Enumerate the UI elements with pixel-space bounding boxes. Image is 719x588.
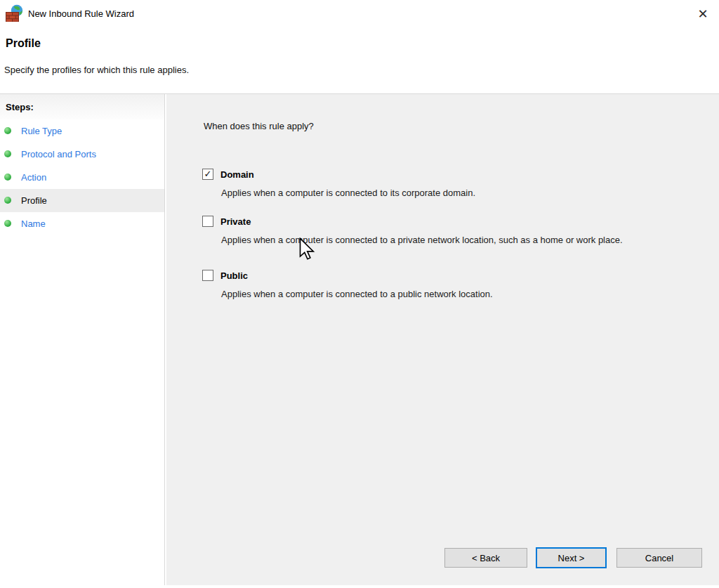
step-item-name[interactable]: Name: [0, 212, 164, 235]
sidebar-divider: [164, 94, 165, 585]
steps-sidebar: Steps: Rule Type Protocol and Ports Acti…: [0, 94, 164, 585]
step-item-rule-type[interactable]: Rule Type: [0, 119, 164, 143]
bottom-edge: [0, 585, 719, 588]
steps-heading: Steps:: [0, 94, 164, 119]
step-bullet-icon: [4, 174, 11, 181]
domain-description: Applies when a computer is connected to …: [221, 186, 475, 200]
title-bar: New Inbound Rule Wizard ✕: [0, 0, 719, 28]
option-public: Public Applies when a computer is connec…: [202, 270, 493, 301]
step-item-protocol-and-ports[interactable]: Protocol and Ports: [0, 143, 164, 166]
step-bullet-icon: [4, 197, 11, 204]
step-bullet-icon: [4, 220, 11, 227]
step-label: Rule Type: [21, 126, 62, 136]
window-title: New Inbound Rule Wizard: [28, 8, 134, 19]
domain-checkbox[interactable]: ✓: [202, 169, 213, 180]
private-label[interactable]: Private: [220, 216, 251, 227]
back-button[interactable]: < Back: [444, 548, 527, 568]
firewall-icon: [6, 4, 24, 22]
domain-label[interactable]: Domain: [220, 169, 254, 180]
private-checkbox[interactable]: [202, 216, 213, 227]
cancel-button[interactable]: Cancel: [616, 548, 702, 568]
profile-step-content: When does this rule apply? ✓ Domain Appl…: [166, 94, 719, 585]
step-label: Profile: [21, 195, 47, 206]
step-label: Name: [21, 218, 46, 229]
step-bullet-icon: [4, 127, 11, 134]
question-text: When does this rule apply?: [204, 121, 314, 131]
next-button[interactable]: Next >: [536, 547, 607, 568]
page-title: Profile: [6, 37, 41, 50]
public-description: Applies when a computer is connected to …: [221, 287, 493, 301]
step-item-profile-current[interactable]: Profile: [0, 189, 164, 212]
close-icon[interactable]: ✕: [692, 4, 713, 25]
step-bullet-icon: [4, 150, 11, 157]
step-label: Action: [21, 172, 46, 183]
public-label[interactable]: Public: [220, 270, 248, 281]
page-subtitle: Specify the profiles for which this rule…: [4, 65, 189, 75]
wizard-window: New Inbound Rule Wizard ✕ Profile Specif…: [0, 0, 719, 588]
public-checkbox[interactable]: [202, 270, 213, 281]
step-label: Protocol and Ports: [21, 149, 96, 159]
option-private: Private Applies when a computer is conne…: [202, 216, 623, 247]
private-description: Applies when a computer is connected to …: [221, 233, 623, 247]
option-domain: ✓ Domain Applies when a computer is conn…: [202, 169, 475, 200]
step-item-action[interactable]: Action: [0, 166, 164, 189]
